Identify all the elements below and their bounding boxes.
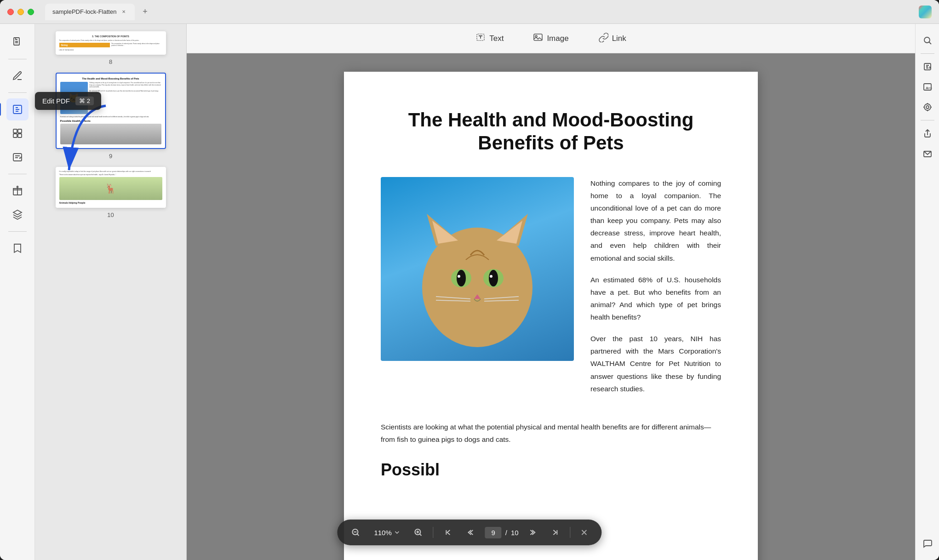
thumbnail-page-10[interactable]: It is really impossible today to find th… — [56, 167, 166, 208]
svg-line-36 — [420, 534, 422, 536]
thumbnail-item-10: It is really impossible today to find th… — [56, 167, 166, 218]
sidebar-divider-3 — [8, 174, 27, 174]
page-text-right: Nothing compares to the joy of coming ho… — [590, 177, 721, 404]
tooltip-box: Edit PDF ⌘ 2 — [35, 92, 101, 110]
svg-line-32 — [357, 534, 359, 536]
zoom-in-button[interactable] — [411, 525, 426, 540]
pag-divider-1 — [433, 527, 434, 538]
traffic-lights — [7, 9, 34, 15]
link-tool-label: Link — [612, 34, 626, 43]
right-divider-1 — [921, 53, 934, 54]
svg-point-23 — [458, 275, 460, 278]
zoom-out-button[interactable] — [348, 525, 363, 540]
maximize-button[interactable] — [28, 9, 34, 15]
first-page-icon — [445, 529, 452, 536]
thumbnail-page-8[interactable]: 3. THE COMPOSITION OF POINTS The composi… — [56, 31, 166, 55]
zoom-value: 110% — [374, 529, 391, 537]
pdf-a-button[interactable]: A PDF — [918, 78, 937, 96]
sidebar-item-bookmark[interactable] — [6, 237, 29, 259]
svg-point-14 — [422, 228, 532, 347]
right-search-button[interactable] — [918, 31, 937, 50]
close-pagination-button[interactable] — [578, 526, 591, 539]
prev-page-button[interactable] — [463, 525, 478, 540]
right-divider-2 — [921, 120, 934, 120]
sidebar-item-edit-pdf[interactable] — [6, 98, 29, 120]
link-tool-button[interactable]: Link — [591, 29, 634, 48]
zoom-selector[interactable]: 110% — [370, 527, 403, 538]
sidebar-item-forms[interactable] — [6, 146, 29, 168]
thumbnail-num-8: 8 — [109, 58, 112, 65]
tooltip-label: Edit PDF — [42, 97, 70, 105]
image-tool-button[interactable]: Image — [526, 29, 576, 48]
image-tool-label: Image — [547, 34, 568, 43]
last-page-button[interactable] — [548, 525, 563, 540]
svg-point-22 — [489, 270, 498, 286]
sidebar-item-layers[interactable] — [6, 204, 29, 226]
share-button[interactable] — [918, 124, 937, 143]
svg-rect-4 — [13, 129, 17, 133]
pdf-full-text: Scientists are looking at what the poten… — [381, 421, 721, 446]
minimize-button[interactable] — [17, 9, 24, 15]
page-content-row: Nothing compares to the joy of coming ho… — [381, 177, 721, 404]
prev-page-icon — [467, 529, 474, 536]
chat-button[interactable] — [918, 534, 937, 553]
svg-point-24 — [490, 275, 492, 278]
pdf-para2: An estimated 68% of U.S. households have… — [590, 274, 721, 324]
sidebar-item-document[interactable] — [6, 31, 29, 53]
main-toolbar: Text Image — [187, 24, 915, 53]
content-area: Text Image — [187, 24, 915, 560]
pag-divider-2 — [570, 527, 571, 538]
pdf-para3: Over the past 10 years, NIH has partnere… — [590, 332, 721, 395]
pdf-para1: Nothing compares to the joy of coming ho… — [590, 177, 721, 264]
email-button[interactable] — [918, 144, 937, 163]
thumbnail-deer-image: 🦌 — [59, 177, 162, 200]
thumbnail-page-9[interactable]: The Health and Mood-Boosting Benefits of… — [56, 73, 166, 149]
sidebar-divider-2 — [8, 92, 27, 93]
sidebar-item-organize[interactable] — [6, 122, 29, 144]
new-tab-button[interactable]: + — [138, 6, 151, 18]
pdf-viewport[interactable]: The Health and Mood-Boosting Benefits of… — [187, 53, 915, 560]
svg-text:PDF: PDF — [928, 87, 932, 90]
sidebar-item-annotate[interactable] — [6, 65, 29, 87]
page-title: The Health and Mood-Boosting Benefits of… — [381, 109, 721, 155]
thumbnail-item-8: 3. THE COMPOSITION OF POINTS The composi… — [56, 31, 166, 65]
svg-point-39 — [924, 37, 930, 43]
svg-point-21 — [457, 270, 466, 286]
app-body: 3. THE COMPOSITION OF POINTS The composi… — [0, 24, 939, 560]
app-window: samplePDF-lock-Flatten ✕ + — [0, 0, 939, 560]
titlebar: samplePDF-lock-Flatten ✕ + — [0, 0, 939, 24]
sidebar — [0, 24, 35, 560]
pdf-page: The Health and Mood-Boosting Benefits of… — [344, 72, 758, 560]
chevron-down-icon — [395, 530, 400, 535]
ocr-button[interactable] — [918, 57, 937, 76]
thumbnail-item-9: The Health and Mood-Boosting Benefits of… — [56, 73, 166, 160]
redact-button[interactable] — [918, 98, 937, 116]
tab-label: samplePDF-lock-Flatten — [52, 8, 116, 15]
tooltip-cmd-icon: ⌘ — [79, 97, 85, 104]
svg-rect-5 — [18, 129, 22, 133]
sidebar-item-gift[interactable] — [6, 180, 29, 202]
last-page-icon — [552, 529, 559, 536]
active-tab[interactable]: samplePDF-lock-Flatten ✕ — [45, 4, 135, 20]
first-page-button[interactable] — [441, 525, 456, 540]
svg-point-44 — [926, 106, 929, 109]
text-icon — [475, 32, 486, 45]
page-separator: / — [505, 529, 507, 537]
thumbnail-num-10: 10 — [107, 211, 114, 218]
next-page-button[interactable] — [526, 525, 541, 540]
tab-close-button[interactable]: ✕ — [120, 8, 127, 16]
close-button[interactable] — [7, 9, 14, 15]
sidebar-divider-1 — [8, 59, 27, 59]
pagination-bar: 110% — [337, 520, 601, 545]
text-tool-button[interactable]: Text — [468, 29, 511, 48]
svg-rect-7 — [18, 134, 22, 137]
app-icon — [919, 6, 932, 18]
possible-health-title: Possibl — [381, 460, 721, 480]
link-icon — [598, 32, 608, 45]
right-panel: A PDF — [915, 24, 939, 560]
next-page-icon — [530, 529, 537, 536]
total-pages: 10 — [511, 529, 519, 537]
page-input-group: / 10 — [485, 527, 519, 538]
current-page-input[interactable] — [485, 527, 502, 538]
tooltip-container: Edit PDF ⌘ 2 — [35, 92, 101, 110]
